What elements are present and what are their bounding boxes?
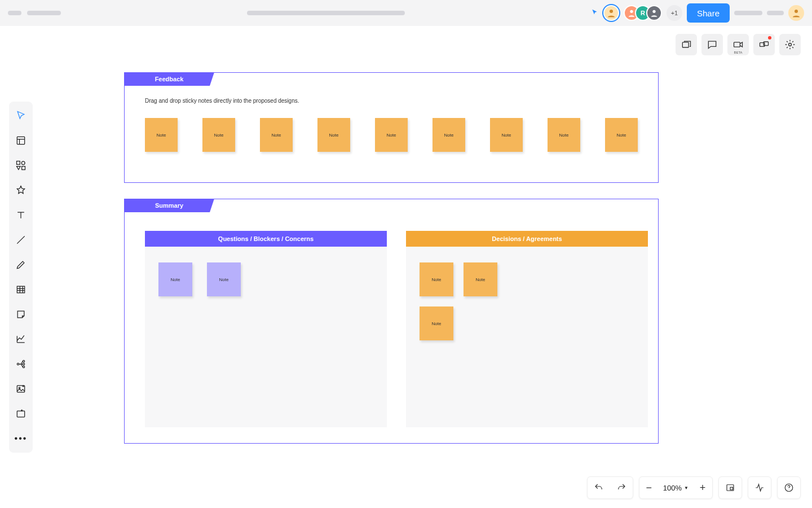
svg-point-2 xyxy=(652,10,655,13)
account-avatar[interactable] xyxy=(788,5,804,21)
summary-col-questions: Questions / Blockers / Concerns Note Not… xyxy=(145,231,387,427)
svg-point-3 xyxy=(795,10,798,13)
zoom-out-button[interactable]: − xyxy=(639,476,659,499)
zoom-group: − 100% ▼ + xyxy=(639,476,713,499)
feedback-note-row: Note Note Note Note Note Note Note Note … xyxy=(145,118,638,152)
presence-avatar-3[interactable] xyxy=(646,5,662,21)
svg-rect-21 xyxy=(730,487,733,490)
minimap-button[interactable] xyxy=(719,476,742,499)
sticky-note[interactable]: Note xyxy=(433,118,465,152)
sticky-note[interactable]: Note xyxy=(158,262,192,296)
undo-button[interactable] xyxy=(588,476,610,499)
svg-point-23 xyxy=(789,489,789,490)
sticky-note[interactable]: Note xyxy=(375,118,408,152)
top-bar-skeleton-1[interactable] xyxy=(734,11,762,15)
chevron-down-icon: ▼ xyxy=(684,485,689,491)
summary-col-questions-body[interactable]: Note Note xyxy=(145,247,387,427)
sticky-note[interactable]: Note xyxy=(207,262,241,296)
sticky-note[interactable]: Note xyxy=(464,262,497,296)
canvas[interactable]: Feedback Drag and drop sticky notes dire… xyxy=(0,26,812,508)
summary-col-decisions: Decisions / Agreements Note Note Note xyxy=(406,231,648,427)
decisions-note-wrap: Note Note Note xyxy=(420,262,532,340)
title-placeholder[interactable] xyxy=(27,11,61,15)
sticky-note[interactable]: Note xyxy=(490,118,523,152)
sticky-note[interactable]: Note xyxy=(420,306,453,340)
feedback-instruction: Drag and drop sticky notes directly into… xyxy=(145,98,299,104)
svg-point-1 xyxy=(630,10,633,13)
menu-placeholder[interactable] xyxy=(8,11,21,15)
presence-avatar-self[interactable] xyxy=(603,5,619,21)
board-name-placeholder[interactable] xyxy=(247,11,405,15)
help-button[interactable] xyxy=(778,476,800,499)
top-bar: R +1 Share xyxy=(0,0,812,26)
redo-button[interactable] xyxy=(610,476,633,499)
history-group xyxy=(587,476,633,499)
help-group xyxy=(777,476,801,499)
bottom-bar: − 100% ▼ + xyxy=(587,476,801,499)
summary-col-questions-header: Questions / Blockers / Concerns xyxy=(145,231,387,247)
frame-feedback-tab[interactable]: Feedback xyxy=(124,72,214,86)
sticky-note[interactable]: Note xyxy=(420,262,453,296)
frame-feedback[interactable]: Feedback Drag and drop sticky notes dire… xyxy=(124,72,659,183)
activity-button[interactable] xyxy=(748,476,771,499)
zoom-in-button[interactable]: + xyxy=(693,476,712,499)
summary-columns: Questions / Blockers / Concerns Note Not… xyxy=(145,231,648,427)
sticky-note[interactable]: Note xyxy=(548,118,580,152)
presence-avatar-stack: R xyxy=(624,5,662,21)
top-bar-center xyxy=(69,11,583,15)
sticky-note[interactable]: Note xyxy=(202,118,235,152)
svg-point-0 xyxy=(610,10,613,13)
sticky-note[interactable]: Note xyxy=(605,118,638,152)
frame-summary[interactable]: Summary Questions / Blockers / Concerns … xyxy=(124,199,659,444)
questions-note-wrap: Note Note xyxy=(158,262,373,296)
presence-cursor-icon xyxy=(591,8,599,19)
sticky-note[interactable]: Note xyxy=(145,118,178,152)
top-bar-right: R +1 Share xyxy=(591,3,804,23)
top-bar-skeleton-2[interactable] xyxy=(767,11,784,15)
top-bar-left xyxy=(8,11,61,15)
sticky-note[interactable]: Note xyxy=(317,118,350,152)
presence-more-count[interactable]: +1 xyxy=(667,5,682,21)
zoom-level-value: 100% xyxy=(663,484,682,492)
share-button[interactable]: Share xyxy=(687,3,730,23)
map-group xyxy=(718,476,742,499)
summary-col-decisions-body[interactable]: Note Note Note xyxy=(406,247,648,427)
sticky-note[interactable]: Note xyxy=(260,118,293,152)
activity-group xyxy=(748,476,771,499)
zoom-level[interactable]: 100% ▼ xyxy=(661,484,691,492)
summary-col-decisions-header: Decisions / Agreements xyxy=(406,231,648,247)
frame-summary-tab[interactable]: Summary xyxy=(124,199,214,212)
